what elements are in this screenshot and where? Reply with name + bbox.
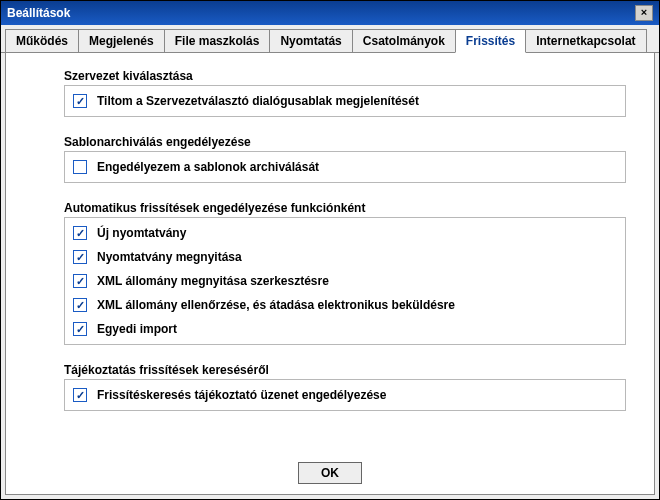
checkbox-auto-xml-edit[interactable] [73, 274, 87, 288]
group-notify: Tájékoztatás frissítések kereséséről Fri… [64, 363, 626, 411]
tab-bar: Működés Megjelenés File maszkolás Nyomta… [1, 25, 659, 53]
settings-window: Beállítások × Működés Megjelenés File ma… [0, 0, 660, 500]
tab-mukodes[interactable]: Működés [5, 29, 79, 52]
close-button[interactable]: × [635, 5, 653, 21]
group-org: Szervezet kiválasztása Tiltom a Szerveze… [64, 69, 626, 117]
group-notify-box: Frissítéskeresés tájékoztató üzenet enge… [64, 379, 626, 411]
checkbox-label: XML állomány ellenőrzése, és átadása ele… [97, 298, 455, 312]
titlebar: Beállítások × [1, 1, 659, 25]
group-auto-box: Új nyomtatvány Nyomtatvány megnyitása XM… [64, 217, 626, 345]
group-template-title: Sablonarchiválás engedélyezése [64, 135, 626, 149]
checkbox-row: Frissítéskeresés tájékoztató üzenet enge… [73, 386, 617, 404]
checkbox-org-disable-dialog[interactable] [73, 94, 87, 108]
tab-frissites[interactable]: Frissítés [455, 29, 526, 53]
tab-megjelenes[interactable]: Megjelenés [78, 29, 165, 52]
checkbox-label: Egyedi import [97, 322, 177, 336]
checkbox-auto-xml-submit[interactable] [73, 298, 87, 312]
checkbox-row: XML állomány ellenőrzése, és átadása ele… [73, 296, 617, 314]
checkbox-template-archive[interactable] [73, 160, 87, 174]
footer: OK [6, 454, 654, 494]
checkbox-label: Engedélyezem a sablonok archiválását [97, 160, 319, 174]
group-template: Sablonarchiválás engedélyezése Engedélye… [64, 135, 626, 183]
group-auto-title: Automatikus frissítések engedélyezése fu… [64, 201, 626, 215]
tab-nyomtatas[interactable]: Nyomtatás [269, 29, 352, 52]
checkbox-auto-new-form[interactable] [73, 226, 87, 240]
checkbox-label: Nyomtatvány megnyitása [97, 250, 242, 264]
tab-internetkapcsolat[interactable]: Internetkapcsolat [525, 29, 646, 52]
checkbox-label: XML állomány megnyitása szerkesztésre [97, 274, 329, 288]
checkbox-row: Egyedi import [73, 320, 617, 338]
group-notify-title: Tájékoztatás frissítések kereséséről [64, 363, 626, 377]
checkbox-row: Engedélyezem a sablonok archiválását [73, 158, 617, 176]
group-org-box: Tiltom a Szervezetválasztó dialógusablak… [64, 85, 626, 117]
checkbox-row: Új nyomtatvány [73, 224, 617, 242]
checkbox-label: Frissítéskeresés tájékoztató üzenet enge… [97, 388, 386, 402]
content-area: Szervezet kiválasztása Tiltom a Szerveze… [5, 53, 655, 495]
checkbox-label: Új nyomtatvány [97, 226, 186, 240]
group-auto: Automatikus frissítések engedélyezése fu… [64, 201, 626, 345]
checkbox-auto-open-form[interactable] [73, 250, 87, 264]
tab-csatolmanyok[interactable]: Csatolmányok [352, 29, 456, 52]
checkbox-auto-custom-import[interactable] [73, 322, 87, 336]
ok-button[interactable]: OK [298, 462, 362, 484]
group-org-title: Szervezet kiválasztása [64, 69, 626, 83]
checkbox-row: Tiltom a Szervezetválasztó dialógusablak… [73, 92, 617, 110]
group-template-box: Engedélyezem a sablonok archiválását [64, 151, 626, 183]
checkbox-label: Tiltom a Szervezetválasztó dialógusablak… [97, 94, 419, 108]
checkbox-row: Nyomtatvány megnyitása [73, 248, 617, 266]
tab-file-maszkolas[interactable]: File maszkolás [164, 29, 271, 52]
checkbox-row: XML állomány megnyitása szerkesztésre [73, 272, 617, 290]
checkbox-notify-update-search[interactable] [73, 388, 87, 402]
window-title: Beállítások [7, 6, 70, 20]
